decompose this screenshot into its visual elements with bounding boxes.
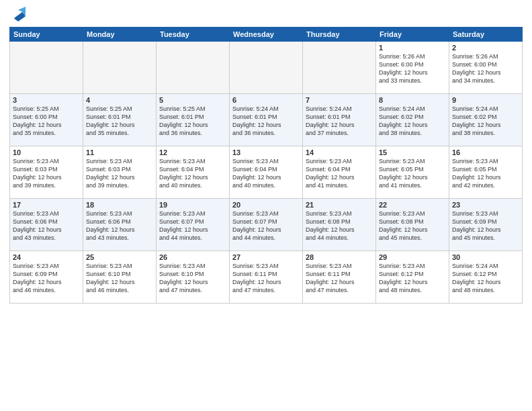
weekday-header-row: SundayMondayTuesdayWednesdayThursdayFrid… xyxy=(10,28,523,42)
day-info: Sunrise: 5:24 AM Sunset: 6:02 PM Dayligh… xyxy=(452,105,519,138)
calendar-cell: 12Sunrise: 5:23 AM Sunset: 6:04 PM Dayli… xyxy=(157,146,230,199)
day-number: 18 xyxy=(86,201,153,209)
day-info: Sunrise: 5:25 AM Sunset: 6:00 PM Dayligh… xyxy=(13,105,80,138)
calendar-cell: 21Sunrise: 5:23 AM Sunset: 6:08 PM Dayli… xyxy=(303,199,376,251)
day-number: 7 xyxy=(306,96,373,104)
day-info: Sunrise: 5:26 AM Sunset: 6:00 PM Dayligh… xyxy=(452,52,519,85)
header xyxy=(9,7,523,21)
day-number: 5 xyxy=(159,96,226,104)
weekday-thursday: Thursday xyxy=(303,28,376,42)
calendar: SundayMondayTuesdayWednesdayThursdayFrid… xyxy=(9,27,523,304)
day-info: Sunrise: 5:23 AM Sunset: 6:05 PM Dayligh… xyxy=(379,157,446,190)
calendar-cell: 6Sunrise: 5:24 AM Sunset: 6:01 PM Daylig… xyxy=(230,94,303,146)
day-info: Sunrise: 5:26 AM Sunset: 6:00 PM Dayligh… xyxy=(379,52,446,85)
calendar-cell: 13Sunrise: 5:23 AM Sunset: 6:04 PM Dayli… xyxy=(230,146,303,199)
day-number: 3 xyxy=(13,96,80,104)
day-info: Sunrise: 5:23 AM Sunset: 6:03 PM Dayligh… xyxy=(13,157,80,190)
calendar-cell: 3Sunrise: 5:25 AM Sunset: 6:00 PM Daylig… xyxy=(10,94,83,146)
day-number: 9 xyxy=(452,96,519,104)
day-info: Sunrise: 5:23 AM Sunset: 6:08 PM Dayligh… xyxy=(306,210,373,242)
calendar-cell: 8Sunrise: 5:24 AM Sunset: 6:02 PM Daylig… xyxy=(376,94,449,146)
calendar-cell: 15Sunrise: 5:23 AM Sunset: 6:05 PM Dayli… xyxy=(376,146,449,199)
day-number: 22 xyxy=(379,201,446,209)
week-row-1: 1Sunrise: 5:26 AM Sunset: 6:00 PM Daylig… xyxy=(10,42,523,94)
calendar-cell: 1Sunrise: 5:26 AM Sunset: 6:00 PM Daylig… xyxy=(376,42,449,94)
day-info: Sunrise: 5:23 AM Sunset: 6:11 PM Dayligh… xyxy=(306,262,373,295)
day-number: 21 xyxy=(306,201,373,209)
calendar-cell xyxy=(303,42,376,94)
weekday-wednesday: Wednesday xyxy=(230,28,303,42)
calendar-cell: 22Sunrise: 5:23 AM Sunset: 6:08 PM Dayli… xyxy=(376,199,449,251)
calendar-cell xyxy=(10,42,83,94)
day-number: 13 xyxy=(232,148,300,156)
calendar-cell: 17Sunrise: 5:23 AM Sunset: 6:06 PM Dayli… xyxy=(10,199,83,251)
day-number: 11 xyxy=(86,148,153,156)
weekday-friday: Friday xyxy=(376,28,449,42)
week-row-2: 3Sunrise: 5:25 AM Sunset: 6:00 PM Daylig… xyxy=(10,94,523,146)
day-info: Sunrise: 5:23 AM Sunset: 6:04 PM Dayligh… xyxy=(159,157,226,190)
calendar-cell: 18Sunrise: 5:23 AM Sunset: 6:06 PM Dayli… xyxy=(83,199,157,251)
day-number: 16 xyxy=(452,148,519,156)
day-info: Sunrise: 5:23 AM Sunset: 6:05 PM Dayligh… xyxy=(452,157,519,190)
day-info: Sunrise: 5:23 AM Sunset: 6:06 PM Dayligh… xyxy=(13,210,80,242)
day-number: 14 xyxy=(306,148,373,156)
calendar-cell: 14Sunrise: 5:23 AM Sunset: 6:04 PM Dayli… xyxy=(303,146,376,199)
day-info: Sunrise: 5:23 AM Sunset: 6:04 PM Dayligh… xyxy=(232,157,300,190)
day-number: 28 xyxy=(306,253,373,261)
day-info: Sunrise: 5:23 AM Sunset: 6:09 PM Dayligh… xyxy=(452,210,519,242)
day-info: Sunrise: 5:24 AM Sunset: 6:12 PM Dayligh… xyxy=(452,262,519,295)
calendar-cell: 19Sunrise: 5:23 AM Sunset: 6:07 PM Dayli… xyxy=(157,199,230,251)
day-info: Sunrise: 5:24 AM Sunset: 6:02 PM Dayligh… xyxy=(379,105,446,138)
day-info: Sunrise: 5:23 AM Sunset: 6:06 PM Dayligh… xyxy=(86,210,153,242)
day-info: Sunrise: 5:24 AM Sunset: 6:01 PM Dayligh… xyxy=(306,105,373,138)
day-number: 17 xyxy=(13,201,80,209)
calendar-cell: 16Sunrise: 5:23 AM Sunset: 6:05 PM Dayli… xyxy=(449,146,523,199)
day-number: 30 xyxy=(452,253,519,261)
day-info: Sunrise: 5:25 AM Sunset: 6:01 PM Dayligh… xyxy=(159,105,226,138)
day-number: 12 xyxy=(159,148,226,156)
week-row-4: 17Sunrise: 5:23 AM Sunset: 6:06 PM Dayli… xyxy=(10,199,523,251)
day-info: Sunrise: 5:23 AM Sunset: 6:04 PM Dayligh… xyxy=(306,157,373,190)
day-number: 1 xyxy=(379,44,446,52)
day-number: 10 xyxy=(13,148,80,156)
weekday-sunday: Sunday xyxy=(10,28,83,42)
day-number: 29 xyxy=(379,253,446,261)
day-info: Sunrise: 5:23 AM Sunset: 6:07 PM Dayligh… xyxy=(232,210,300,242)
day-number: 4 xyxy=(86,96,153,104)
day-info: Sunrise: 5:23 AM Sunset: 6:07 PM Dayligh… xyxy=(159,210,226,242)
calendar-cell xyxy=(157,42,230,94)
day-number: 26 xyxy=(159,253,226,261)
day-number: 23 xyxy=(452,201,519,209)
day-number: 24 xyxy=(13,253,80,261)
week-row-3: 10Sunrise: 5:23 AM Sunset: 6:03 PM Dayli… xyxy=(10,146,523,199)
day-number: 25 xyxy=(86,253,153,261)
day-number: 6 xyxy=(232,96,300,104)
calendar-cell: 2Sunrise: 5:26 AM Sunset: 6:00 PM Daylig… xyxy=(449,42,523,94)
calendar-cell: 9Sunrise: 5:24 AM Sunset: 6:02 PM Daylig… xyxy=(449,94,523,146)
calendar-cell: 25Sunrise: 5:23 AM Sunset: 6:10 PM Dayli… xyxy=(83,251,157,304)
day-number: 2 xyxy=(452,44,519,52)
page: SundayMondayTuesdayWednesdayThursdayFrid… xyxy=(0,0,532,411)
calendar-cell: 24Sunrise: 5:23 AM Sunset: 6:09 PM Dayli… xyxy=(10,251,83,304)
calendar-cell: 7Sunrise: 5:24 AM Sunset: 6:01 PM Daylig… xyxy=(303,94,376,146)
calendar-cell xyxy=(230,42,303,94)
calendar-cell: 4Sunrise: 5:25 AM Sunset: 6:01 PM Daylig… xyxy=(83,94,157,146)
day-info: Sunrise: 5:23 AM Sunset: 6:12 PM Dayligh… xyxy=(379,262,446,295)
calendar-cell: 30Sunrise: 5:24 AM Sunset: 6:12 PM Dayli… xyxy=(449,251,523,304)
day-number: 27 xyxy=(232,253,300,261)
calendar-cell: 26Sunrise: 5:23 AM Sunset: 6:10 PM Dayli… xyxy=(157,251,230,304)
day-number: 8 xyxy=(379,96,446,104)
calendar-cell: 11Sunrise: 5:23 AM Sunset: 6:03 PM Dayli… xyxy=(83,146,157,199)
calendar-cell: 29Sunrise: 5:23 AM Sunset: 6:12 PM Dayli… xyxy=(376,251,449,304)
calendar-cell: 23Sunrise: 5:23 AM Sunset: 6:09 PM Dayli… xyxy=(449,199,523,251)
calendar-cell: 10Sunrise: 5:23 AM Sunset: 6:03 PM Dayli… xyxy=(10,146,83,199)
calendar-cell: 28Sunrise: 5:23 AM Sunset: 6:11 PM Dayli… xyxy=(303,251,376,304)
day-info: Sunrise: 5:23 AM Sunset: 6:11 PM Dayligh… xyxy=(232,262,300,295)
day-info: Sunrise: 5:23 AM Sunset: 6:08 PM Dayligh… xyxy=(379,210,446,242)
calendar-cell xyxy=(83,42,157,94)
day-info: Sunrise: 5:23 AM Sunset: 6:03 PM Dayligh… xyxy=(86,157,153,190)
calendar-cell: 27Sunrise: 5:23 AM Sunset: 6:11 PM Dayli… xyxy=(230,251,303,304)
weekday-tuesday: Tuesday xyxy=(157,28,230,42)
weekday-saturday: Saturday xyxy=(449,28,523,42)
day-info: Sunrise: 5:23 AM Sunset: 6:10 PM Dayligh… xyxy=(86,262,153,295)
